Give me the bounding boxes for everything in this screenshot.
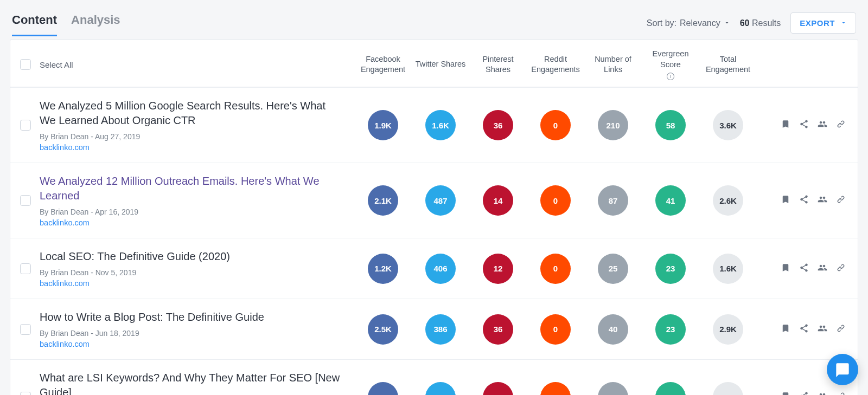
row-checkbox[interactable] [20, 324, 31, 335]
bookmark-icon[interactable] [781, 195, 790, 206]
total-engagement-bubble: 3.6K [713, 110, 743, 140]
col-total-engagement[interactable]: Total Engagement [699, 54, 757, 75]
article-title[interactable]: What are LSI Keywords? And Why They Matt… [40, 371, 343, 395]
results-count-label: Results [752, 18, 781, 28]
chevron-down-icon [840, 18, 847, 28]
reddit-engagements-bubble: 0 [540, 110, 571, 140]
evergreen-score-bubble: 58 [655, 110, 686, 140]
share-icon[interactable] [799, 391, 809, 395]
article-title[interactable]: Local SEO: The Definitive Guide (2020) [40, 249, 343, 264]
export-button[interactable]: EXPORT [790, 12, 856, 34]
source-domain[interactable]: backlinko.com [40, 340, 343, 348]
people-icon[interactable] [818, 195, 827, 206]
facebook-engagement-bubble: 2.1K [368, 185, 398, 216]
evergreen-score-bubble: 17 [655, 382, 686, 395]
byline: By Brian Dean - Jun 18, 2019 [40, 329, 343, 338]
twitter-shares-bubble: 406 [425, 254, 456, 284]
link-icon[interactable] [836, 119, 846, 131]
number-of-links-bubble: 40 [598, 314, 628, 345]
select-all-checkbox[interactable] [20, 59, 31, 70]
reddit-engagements-bubble: 0 [540, 314, 571, 345]
title-cell: What are LSI Keywords? And Why They Matt… [40, 371, 354, 395]
bookmark-icon[interactable] [781, 119, 790, 131]
chat-launcher[interactable] [827, 354, 858, 385]
share-icon[interactable] [799, 195, 809, 206]
chat-icon [835, 362, 850, 377]
table-row: We Analyzed 5 Million Google Search Resu… [10, 87, 858, 163]
row-checkbox[interactable] [20, 195, 31, 206]
sort-by-dropdown[interactable]: Sort by: Relevancy [647, 18, 730, 28]
row-actions [757, 195, 851, 206]
title-cell: We Analyzed 5 Million Google Search Resu… [40, 99, 354, 152]
number-of-links-bubble: 25 [598, 254, 628, 284]
table-row: Local SEO: The Definitive Guide (2020) B… [10, 238, 858, 299]
col-evergreen-score[interactable]: Evergreen Score i [642, 49, 699, 80]
tab-analysis[interactable]: Analysis [71, 10, 120, 36]
people-icon[interactable] [818, 323, 827, 335]
facebook-engagement-bubble: 1.9K [368, 110, 398, 140]
col-facebook-engagement[interactable]: Facebook Engagement [354, 54, 412, 75]
pinterest-shares-bubble: 14 [483, 185, 513, 216]
link-icon[interactable] [836, 195, 846, 206]
results-count-number: 60 [740, 18, 750, 28]
top-right-controls: Sort by: Relevancy 60 Results EXPORT [647, 12, 856, 34]
evergreen-score-bubble: 23 [655, 314, 686, 345]
link-icon[interactable] [836, 391, 846, 395]
total-engagement-bubble: 1.6K [713, 254, 743, 284]
reddit-engagements-bubble: 0 [540, 382, 571, 395]
chevron-down-icon [724, 18, 730, 28]
source-domain[interactable]: backlinko.com [40, 143, 343, 152]
total-engagement-bubble: 20 [713, 382, 743, 395]
bookmark-icon[interactable] [781, 263, 790, 275]
col-number-of-links[interactable]: Number of Links [584, 54, 642, 75]
number-of-links-bubble: 210 [598, 110, 628, 140]
source-domain[interactable]: backlinko.com [40, 279, 343, 288]
link-icon[interactable] [836, 263, 846, 275]
people-icon[interactable] [818, 119, 827, 131]
table-row: What are LSI Keywords? And Why They Matt… [10, 359, 858, 395]
byline: By Brian Dean - Apr 16, 2019 [40, 208, 343, 216]
title-cell: We Analyzed 12 Million Outreach Emails. … [40, 174, 354, 227]
share-icon[interactable] [799, 119, 809, 131]
col-pinterest-shares[interactable]: Pinterest Shares [469, 54, 527, 75]
bookmark-icon[interactable] [781, 391, 790, 395]
row-checkbox[interactable] [20, 120, 31, 131]
article-title[interactable]: We Analyzed 5 Million Google Search Resu… [40, 99, 343, 128]
total-engagement-bubble: 2.9K [713, 314, 743, 345]
row-checkbox[interactable] [20, 392, 31, 395]
bookmark-icon[interactable] [781, 323, 790, 335]
sort-by-value: Relevancy [680, 18, 720, 28]
reddit-engagements-bubble: 0 [540, 185, 571, 216]
row-actions [757, 323, 851, 335]
row-checkbox[interactable] [20, 263, 31, 274]
people-icon[interactable] [818, 263, 827, 275]
share-icon[interactable] [799, 263, 809, 275]
share-icon[interactable] [799, 323, 809, 335]
pinterest-shares-bubble: 36 [483, 314, 513, 345]
col-reddit-engagements[interactable]: Reddit Engagements [527, 54, 584, 75]
table-row: We Analyzed 12 Million Outreach Emails. … [10, 163, 858, 238]
twitter-shares-bubble: 3 [425, 382, 456, 395]
info-icon[interactable]: i [667, 73, 674, 80]
title-cell: Local SEO: The Definitive Guide (2020) B… [40, 249, 354, 288]
reddit-engagements-bubble: 0 [540, 254, 571, 284]
pinterest-shares-bubble: 36 [483, 110, 513, 140]
tab-content[interactable]: Content [12, 10, 57, 36]
row-actions [757, 391, 851, 395]
col-twitter-shares[interactable]: Twitter Shares [412, 59, 469, 70]
link-icon[interactable] [836, 323, 846, 335]
facebook-engagement-bubble: 1.2K [368, 254, 398, 284]
evergreen-score-bubble: 41 [655, 185, 686, 216]
article-title[interactable]: How to Write a Blog Post: The Definitive… [40, 310, 343, 325]
sort-by-label: Sort by: [647, 18, 676, 28]
pinterest-shares-bubble: 2 [483, 382, 513, 395]
byline: By Brian Dean - Aug 27, 2019 [40, 132, 343, 141]
row-actions [757, 263, 851, 275]
results-count: 60 Results [740, 18, 781, 28]
article-title[interactable]: We Analyzed 12 Million Outreach Emails. … [40, 174, 343, 203]
title-cell: How to Write a Blog Post: The Definitive… [40, 310, 354, 348]
people-icon[interactable] [818, 391, 827, 395]
twitter-shares-bubble: 487 [425, 185, 456, 216]
source-domain[interactable]: backlinko.com [40, 218, 343, 227]
number-of-links-bubble: 87 [598, 185, 628, 216]
